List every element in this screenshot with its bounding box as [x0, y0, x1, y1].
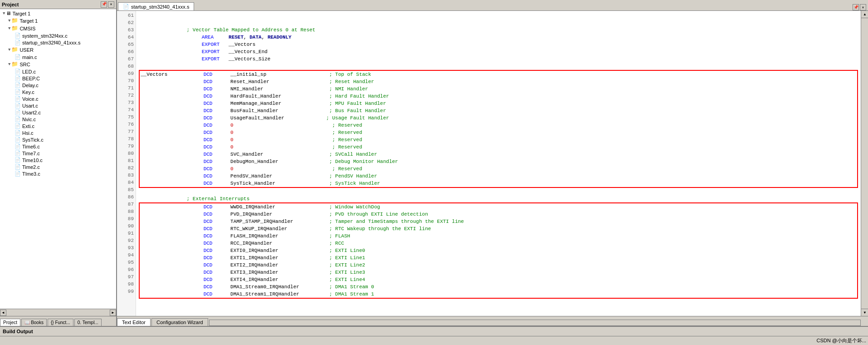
file-icon: 📄 — [15, 157, 21, 163]
file-icon: 📄 — [15, 130, 21, 136]
editor-bottom-tabs: Text Editor Configuration Wizard — [117, 316, 868, 326]
tree-item-nvic[interactable]: 📄 Nvic.c — [1, 116, 115, 123]
scroll-track[interactable] — [861, 18, 868, 309]
code-line: DCD EXTI2_IRQHandler ; EXTI Line2 — [141, 261, 856, 269]
code-line: DCD EXTI1_IRQHandler ; EXTI Line1 — [141, 254, 856, 261]
close-panel-button[interactable]: ✕ — [108, 1, 114, 8]
tree-item-startup-file[interactable]: 📄 startup_stm32f40_41xxx.s — [1, 39, 115, 46]
tab-close-button[interactable]: ✕ — [860, 4, 866, 10]
tree-item-beep[interactable]: 📄 BEEP.C — [1, 75, 115, 82]
tree-label: SRC — [20, 62, 30, 67]
tree-item-user[interactable]: ▼ 📁 USER — [1, 46, 115, 54]
editor-tab-bar: 📄 startup_stm32f40_41xxx.s 📌 ✕ — [117, 0, 868, 11]
editor-content[interactable]: 61 62 63 64 65 66 67 68 69 70 71 72 73 7… — [117, 11, 868, 316]
editor-tab-active[interactable]: 📄 startup_stm32f40_41xxx.s — [118, 2, 194, 10]
code-line — [139, 63, 858, 70]
tab-funct[interactable]: {} Funct... — [48, 319, 73, 326]
editor-vscrollbar[interactable]: ▲ ▼ — [861, 11, 868, 316]
code-line: ; External Interrupts — [139, 195, 858, 202]
file-icon: 📄 — [15, 137, 21, 143]
tree-item-hsi[interactable]: 📄 Hsi.c — [1, 129, 115, 136]
tree-item-voice[interactable]: 📄 Voice.c — [1, 95, 115, 102]
left-scroll-track[interactable] — [6, 309, 110, 316]
tree-label: Target 1 — [20, 18, 38, 24]
tree-item-usart2[interactable]: 📄 Usart2.c — [1, 109, 115, 116]
code-line: DCD NMI_Handler ; NMI Handler — [141, 85, 856, 93]
tree-label: SysTick.c — [22, 137, 44, 143]
expand-icon: ▼ — [8, 62, 10, 67]
code-line: EXPORT __Vectors — [139, 41, 858, 48]
code-line: AREA RESET, DATA, READONLY — [139, 34, 858, 41]
expand-icon: ▼ — [8, 19, 10, 23]
tab-templ[interactable]: 0. Templ... — [74, 319, 102, 326]
tree-item-led[interactable]: 📄 LED.c — [1, 68, 115, 75]
left-panel-hscrollbar[interactable]: ◀ ▶ — [0, 309, 116, 316]
scroll-down-button[interactable]: ▼ — [861, 309, 868, 316]
scroll-up-button[interactable]: ▲ — [861, 11, 868, 18]
tree-item-key[interactable]: 📄 Key.c — [1, 89, 115, 95]
tab-books[interactable]: 📖 Books — [21, 319, 47, 326]
book-icon: 📖 — [24, 320, 30, 325]
build-output-label: Build Output — [3, 329, 33, 334]
pin-button[interactable]: 📌 — [101, 1, 107, 8]
file-icon: 📄 — [15, 33, 21, 39]
file-icon: 📄 — [15, 96, 21, 102]
code-line: EXPORT __Vectors_Size — [139, 55, 858, 63]
tree-label: Usart2.c — [22, 110, 41, 115]
tab-label: Text Editor — [122, 320, 146, 325]
file-icon: 📄 — [15, 116, 21, 122]
editor-hscrollbar[interactable] — [209, 320, 861, 326]
tree-item-src[interactable]: ▼ 📁 SRC — [1, 60, 115, 68]
tree-item-delay[interactable]: 📄 Delay.c — [1, 82, 115, 89]
tree-label: Time6.c — [22, 144, 40, 149]
target-icon: 🖥 — [6, 10, 11, 16]
tree-item-source-group[interactable]: ▼ 📁 Target 1 — [1, 17, 115, 25]
tree-label: Time10.c — [22, 158, 43, 163]
tree-item-main[interactable]: 📄 main.c — [1, 54, 115, 60]
tree-item-time10[interactable]: 📄 Time10.c — [1, 157, 115, 163]
red-box-lower: DCD WWDG_IRQHandler ; Window WatchDog DC… — [139, 202, 858, 299]
code-line — [139, 188, 858, 195]
status-text: CSDN @小向是个坏... — [816, 337, 866, 344]
folder-icon: 📁 — [11, 46, 18, 53]
line-numbers: 61 62 63 64 65 66 67 68 69 70 71 72 73 7… — [117, 11, 136, 316]
code-line: __Vectors DCD __initial_sp ; Top of Stac… — [141, 71, 856, 78]
left-scroll-right[interactable]: ▶ — [110, 310, 116, 316]
tree-item-system-file[interactable]: 📄 system_stm32f4xx.c — [1, 32, 115, 39]
code-line: DCD 0 ; Reserved — [141, 136, 856, 143]
left-scroll-left[interactable]: ◀ — [0, 310, 6, 316]
tree-label: Usart.c — [22, 103, 38, 108]
tree-item-systick[interactable]: 📄 SysTick.c — [1, 136, 115, 143]
code-area[interactable]: ; Vector Table Mapped to Address 0 at Re… — [136, 11, 861, 316]
file-icon: 📄 — [15, 103, 21, 108]
red-box-upper: __Vectors DCD __initial_sp ; Top of Stac… — [139, 70, 858, 188]
code-line — [139, 12, 858, 19]
tab-project[interactable]: Project — [0, 319, 20, 326]
tree-item-time2[interactable]: 📄 Time2.c — [1, 163, 115, 170]
tab-label: Books — [31, 320, 44, 325]
tree-label: BEEP.C — [22, 76, 40, 81]
tab-config-wizard[interactable]: Configuration Wizard — [151, 318, 208, 326]
tree-item-cmsis[interactable]: ▼ 📁 CMSIS — [1, 25, 115, 32]
tree-item-time7[interactable]: 📄 Time7.c — [1, 150, 115, 157]
tab-text-editor[interactable]: Text Editor — [117, 318, 151, 326]
code-line: DCD 0 ; Reserved — [141, 129, 856, 136]
expand-icon: ▼ — [3, 11, 5, 16]
code-line: ; Vector Table Mapped to Address 0 at Re… — [139, 26, 858, 34]
code-line: DCD DMA1_Stream0_IRQHandler ; DMA1 Strea… — [141, 283, 856, 291]
code-line: DCD DebugMon_Handler ; Debug Monitor Han… — [141, 158, 856, 165]
tree-item-target1[interactable]: ▼ 🖥 Target 1 — [1, 10, 115, 17]
tab-label: Project — [3, 320, 17, 325]
tree-item-exti[interactable]: 📄 Exti.c — [1, 123, 115, 129]
tree-item-time6[interactable]: 📄 Time6.c — [1, 143, 115, 150]
tree-label: Voice.c — [22, 96, 38, 102]
tab-pin-button[interactable]: 📌 — [853, 4, 859, 10]
folder-icon: 📁 — [11, 25, 18, 32]
tree-item-time3[interactable]: 📄 TIme3.c — [1, 170, 115, 177]
file-icon: 📄 — [15, 171, 21, 177]
code-line: DCD SVC_Handler ; SVCall Handler — [141, 151, 856, 158]
code-line: DCD EXTI3_IRQHandler ; EXTI Line3 — [141, 269, 856, 276]
expand-icon: ▼ — [8, 26, 10, 31]
tree-item-usart[interactable]: 📄 Usart.c — [1, 102, 115, 109]
project-tree[interactable]: ▼ 🖥 Target 1 ▼ 📁 Target 1 ▼ 📁 CMSIS — [0, 9, 116, 309]
